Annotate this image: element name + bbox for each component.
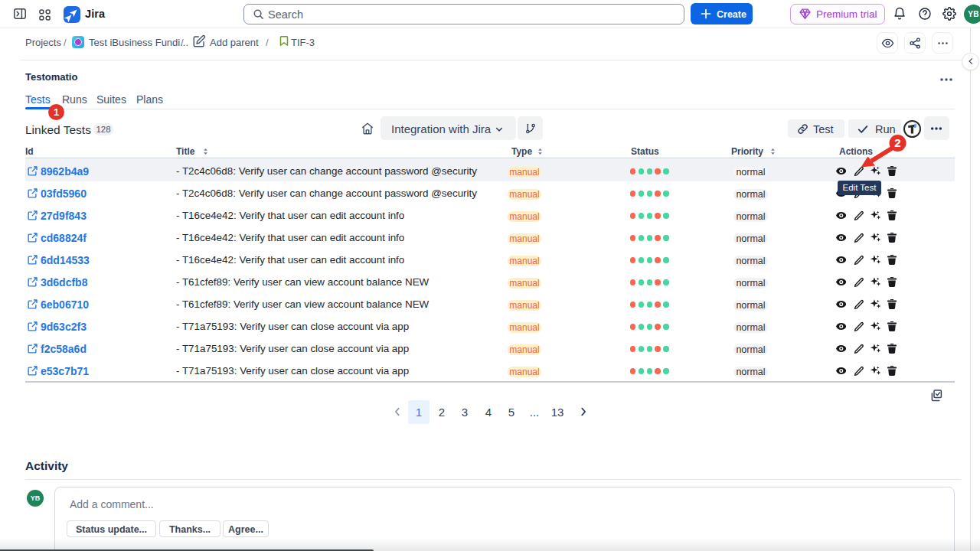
svg-text:2: 2 <box>894 136 900 149</box>
